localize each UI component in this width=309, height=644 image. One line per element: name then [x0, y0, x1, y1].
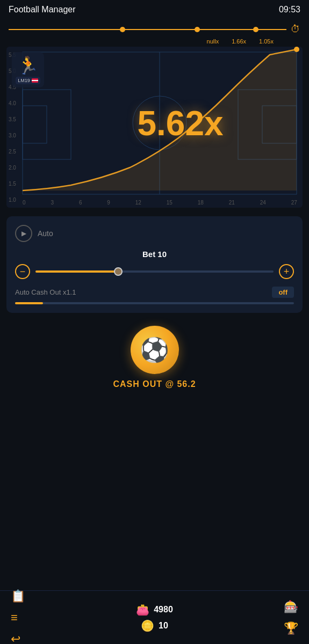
cashout-text[interactable]: CASH OUT @ 56.2: [113, 379, 196, 389]
x-axis: 0 3 6 9 12 15 18 21 24 27: [23, 200, 303, 206]
controls-panel: ▶ Auto Bet 10 − + Auto Cash Out x1.1 off: [6, 216, 303, 313]
cashout-section: ⚽ CASH OUT @ 56.2: [0, 326, 309, 389]
nav-left: 📋 ≡ ↩: [11, 589, 25, 645]
timeline-dot-1: [120, 27, 125, 32]
auto-cash-out-label: Auto Cash Out x1.1: [15, 288, 76, 296]
player-card: 🏃 LM19: [12, 52, 44, 87]
play-button[interactable]: ▶: [15, 225, 32, 242]
bet-slider-thumb[interactable]: [114, 267, 123, 276]
bet-label: Bet 10: [15, 250, 294, 259]
marker-null: nullx: [207, 38, 219, 45]
app-name: Football Manager: [9, 5, 76, 14]
trophy-icon[interactable]: 🏆: [284, 621, 298, 635]
off-badge[interactable]: off: [272, 287, 294, 298]
cash-out-slider-fill: [15, 302, 43, 304]
marker-166: 1.66x: [232, 38, 246, 45]
back-icon[interactable]: ↩: [11, 632, 25, 645]
chart-container: 1.0 1.5 2.0 2.5 3.0 3.5 4.0 4.5 5.0 5.5 …: [6, 47, 303, 208]
balance-amount: 4980: [154, 605, 173, 614]
auto-label: Auto: [38, 229, 53, 238]
balance-right: 🪙 10: [141, 619, 168, 632]
player-badge: LM19: [16, 77, 40, 84]
y-label-6: 3.5: [9, 116, 16, 122]
timeline-dot-2: [195, 27, 200, 32]
timeline-dot-3: [253, 27, 258, 32]
y-label-5: 3.0: [9, 133, 16, 138]
timeline-labels: nullx 1.66x 1.05x: [0, 37, 309, 45]
cash-out-row: Auto Cash Out x1.1 off: [15, 287, 294, 298]
soccer-ball-button[interactable]: ⚽: [131, 326, 179, 374]
player-label: LM19: [18, 78, 30, 83]
player-figure: 🏃: [17, 55, 39, 76]
player-flag: [32, 78, 38, 83]
svg-point-8: [294, 47, 299, 52]
bet-slider-track[interactable]: [35, 270, 274, 273]
plus-button[interactable]: +: [279, 264, 294, 279]
time: 09:53: [279, 5, 300, 14]
balance-left: 👛 4980: [136, 603, 173, 616]
y-label-3: 2.0: [9, 165, 16, 171]
wallet-icon: 👛: [136, 603, 149, 616]
bet-row: − +: [15, 264, 294, 279]
y-label-1: 1.0: [9, 197, 16, 203]
nav-right: 🎰 🏆: [284, 600, 298, 635]
cash-out-slider-track[interactable]: [15, 302, 294, 304]
y-label-7: 4.0: [9, 100, 16, 106]
coins-amount: 10: [159, 621, 168, 631]
bet-slider-fill: [35, 270, 119, 273]
menu-icon[interactable]: ≡: [11, 611, 25, 625]
y-label-4: 2.5: [9, 149, 16, 155]
y-label-2: 1.5: [9, 181, 16, 187]
timeline-line: [9, 29, 286, 30]
copy-icon[interactable]: 📋: [11, 589, 25, 603]
marker-105: 1.05x: [259, 38, 274, 45]
status-bar: Football Manager 09:53: [0, 0, 309, 19]
ball-emoji: ⚽: [140, 336, 169, 364]
minus-button[interactable]: −: [15, 264, 30, 279]
slots-icon[interactable]: 🎰: [284, 600, 298, 614]
bottom-nav: 📋 ≡ ↩ 👛 4980 🪙 10 🎰 🏆: [0, 590, 309, 644]
multiplier-display: 5.62x: [137, 104, 223, 143]
auto-row: ▶ Auto: [15, 225, 294, 242]
timeline: ⏱: [0, 19, 309, 37]
clock-icon: ⏱: [291, 24, 300, 35]
coins-icon: 🪙: [141, 619, 154, 632]
